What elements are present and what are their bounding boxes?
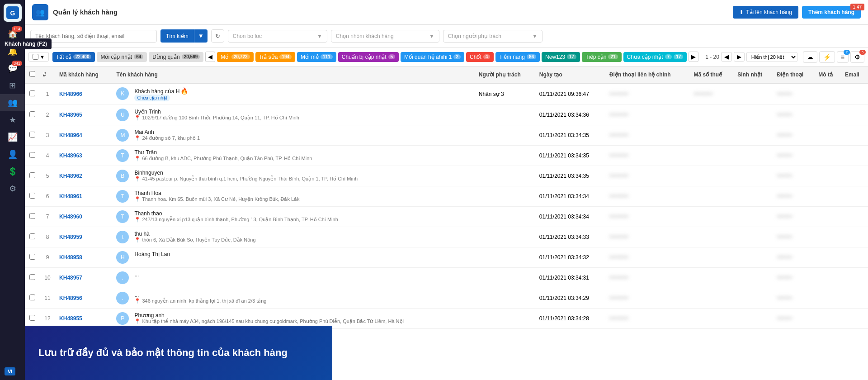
row-phone-main: •••••••••• [606,268,690,288]
row-checkbox-cell [25,227,39,247]
sidebar-item-dollar[interactable]: 💲 [0,163,25,180]
row-checkbox[interactable] [29,152,35,158]
row-num: 11 [39,288,56,309]
tag-new-update[interactable]: Mới cập nhật 64 [97,52,147,62]
row-desc [815,268,841,288]
row-birthday [734,83,773,105]
row-checkbox[interactable] [29,90,35,96]
avatar: t [116,231,129,243]
sidebar-item-grid[interactable]: ⊞ [0,77,25,94]
row-code: KH48960 [56,207,113,227]
row-checkbox-cell [25,166,39,186]
sidebar-item-chat[interactable]: 💬 341 [0,60,25,77]
upload-button[interactable]: ⬆ Tải lên khách hàng [733,6,798,19]
row-checkbox[interactable] [29,233,35,239]
cloud-button[interactable]: ☁ [803,51,817,63]
row-checkbox[interactable] [29,274,35,280]
customer-code-link[interactable]: KH48956 [59,295,82,301]
avatar: P [116,312,129,325]
header-checkbox[interactable] [29,71,35,77]
row-code: KH48961 [56,186,113,207]
row-customer: . ... 📍 346 nguyễn an ninh, kp thắng lợi… [113,288,475,309]
customer-code-link[interactable]: KH48958 [59,254,82,261]
avatar: T [116,190,129,203]
select-all-checkbox[interactable] [33,54,38,60]
tag-new123[interactable]: New123 17 [542,52,580,62]
row-birthday [734,166,773,186]
tag-chua-cap-nhat[interactable]: Chưa cập nhật 7 17 [623,52,687,62]
show-count-select[interactable]: Hiển thị 20 kết Hiển thị 50 kết Hiển thị… [746,52,797,62]
customer-code-link[interactable]: KH48959 [59,234,82,240]
group-select[interactable]: Chọn nhóm khách hàng ▼ [331,30,439,43]
customer-code-link[interactable]: KH48957 [59,275,82,281]
tag-chot[interactable]: Chốt 4 [466,52,494,62]
customer-code-link[interactable]: KH48965 [59,112,82,118]
prev-page-button[interactable]: ◀ [721,52,732,62]
row-num: 3 [39,125,56,146]
row-checkbox[interactable] [29,213,35,219]
filter-select[interactable]: Chon bo loc ▼ [228,30,327,43]
row-checkbox[interactable] [29,254,35,260]
row-phone-main: •••••••••• [606,247,690,268]
tag-moi-quan-he[interactable]: Mối quan hệ ahihi 1 2 [401,52,464,62]
tag-prev-button[interactable]: ◀ [205,52,215,62]
customer-code-link[interactable]: KH48962 [59,173,82,179]
customer-address: 📍 thôn 6, Xã Đắk Bùk So, Huyện Tuy Đức, … [134,237,255,243]
tag-tra-sua[interactable]: Trả sửa 194 [255,52,296,62]
row-customer: M Mai Anh 📍 24 đường số 7, khu phố 1 [113,125,475,146]
settings-table-button[interactable]: ⚙ 5 [850,51,864,63]
row-num: 7 [39,207,56,227]
person-select[interactable]: Chọn người phụ trách ▼ [443,30,542,43]
row-checkbox[interactable] [29,172,35,178]
search-button[interactable]: Tìm kiếm [160,29,194,43]
topbar-actions: ⬆ Tải lên khách hàng Thêm khách hàng [733,6,861,19]
customer-code-link[interactable]: KH48961 [59,193,82,200]
refresh-button[interactable]: ↻ [211,29,224,43]
bottom-overlay: Lưu trữ đầy đủ và bảo mật thông tin của … [25,326,332,380]
tag-next-button[interactable]: ▶ [689,52,698,62]
row-checkbox[interactable] [29,294,35,300]
sidebar-item-person[interactable]: 👤 [0,146,25,163]
row-code: KH48956 [56,288,113,309]
col-phone-main: Điện thoại liên hệ chính [606,66,690,83]
sidebar-item-users[interactable]: 👥 [0,94,25,111]
tag-tiem-nang[interactable]: Tiềm năng 86 [495,52,540,62]
row-code: KH48964 [56,125,113,146]
sidebar-item-star[interactable]: ★ [0,111,25,128]
customer-code-link[interactable]: KH48963 [59,152,82,159]
sidebar-item-chart[interactable]: 📈 [0,128,25,146]
row-email [841,227,868,247]
filter-chevron-icon: ▼ [317,33,322,39]
row-checkbox[interactable] [29,111,35,117]
select-all-dropdown[interactable]: ▼ [28,52,49,62]
filter-button[interactable]: ⚡ [819,51,835,63]
chat-badge: 341 [12,61,22,66]
tag-stop[interactable]: Dừng quản 20,569 [149,52,203,62]
customer-code-link[interactable]: KH48955 [59,315,82,322]
search-dropdown-button[interactable]: ▼ [194,29,208,43]
sidebar-item-settings[interactable]: ⚙ [0,180,25,197]
row-checkbox[interactable] [29,315,35,321]
vi-badge[interactable]: VI [5,367,15,375]
customer-address: 📍 Khu tập thể nhà máy A34, ngách 196/145… [134,318,404,324]
customer-code-link[interactable]: KH48964 [59,132,82,138]
row-created: 01/11/2021 03:34:34 [536,186,606,207]
tag-tiep-can[interactable]: Tiếp cận 21 [582,52,621,62]
row-checkbox[interactable] [29,132,35,138]
row-phone: •••••••• [773,186,815,207]
customer-code-link[interactable]: KH48960 [59,214,82,220]
tag-all[interactable]: Tất cả 22,400 [52,52,95,62]
customer-code-link[interactable]: KH48966 [59,91,82,97]
row-desc [815,125,841,146]
row-phone: •••••••• [773,166,815,186]
columns-button[interactable]: ≡ 2 [837,51,849,63]
row-desc [815,207,841,227]
next-page-button[interactable]: ▶ [734,52,745,62]
row-checkbox[interactable] [29,193,35,199]
tag-chuan-bi[interactable]: Chuẩn bị cập nhật 5 [338,52,399,62]
dollar-icon: 💲 [8,166,18,176]
tag-moi[interactable]: Mới 20,722 [217,52,253,62]
row-code: KH48958 [56,247,113,268]
tag-moi-me[interactable]: Mới mẻ 111 [297,52,336,62]
col-person: Người phụ trách [475,66,536,83]
